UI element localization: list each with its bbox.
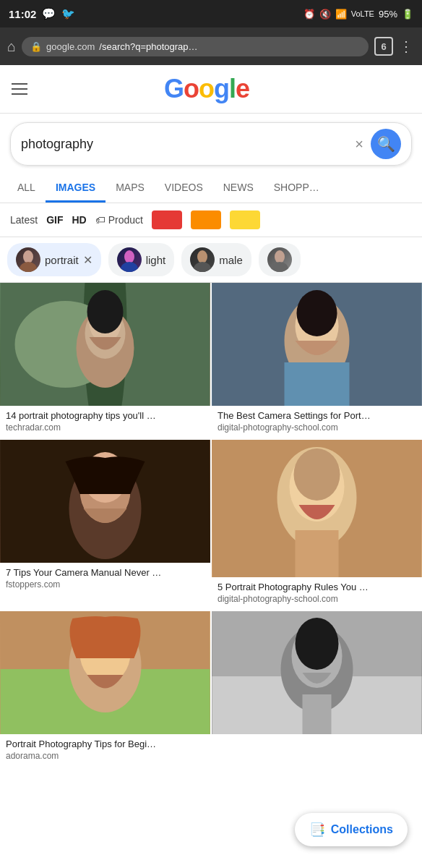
image-caption-1: 14 portrait photography tips you'll … (0, 406, 210, 422)
image-grid: 14 portrait photography tips you'll … te… (0, 283, 422, 768)
more-menu-icon[interactable]: ⋮ (399, 38, 415, 55)
svg-point-7 (271, 262, 288, 272)
image-thumb-4 (212, 440, 422, 577)
lock-icon: 🔒 (30, 41, 42, 52)
image-source-6 (212, 740, 422, 746)
svg-point-1 (20, 262, 37, 272)
browser-bar: ⌂ 🔒 google.com /search?q=photograp… 6 ⋮ (0, 27, 422, 65)
tab-news[interactable]: NEWS (213, 174, 264, 203)
tab-count[interactable]: 6 (374, 37, 393, 56)
pill-portrait[interactable]: portrait ✕ (7, 243, 101, 276)
svg-rect-21 (285, 362, 350, 406)
search-bar[interactable]: × 🔍 (10, 122, 412, 166)
search-button[interactable]: 🔍 (371, 129, 401, 159)
svg-point-4 (197, 250, 207, 263)
home-icon[interactable]: ⌂ (7, 38, 16, 55)
hamburger-line (12, 83, 27, 85)
google-logo: Google (164, 74, 249, 104)
svg-point-20 (297, 290, 337, 336)
image-card-1[interactable]: 14 portrait photography tips you'll … te… (0, 283, 210, 438)
hamburger-line (12, 88, 27, 90)
tab-all[interactable]: ALL (7, 174, 46, 203)
image-thumb-2 (212, 283, 422, 406)
svg-point-5 (194, 262, 211, 272)
image-caption-2: The Best Camera Settings for Port… (212, 406, 422, 422)
pill-close-button[interactable]: ✕ (83, 253, 92, 267)
mute-icon: 🔇 (319, 9, 331, 20)
image-caption-5: Portrait Photography Tips for Begi… (0, 734, 210, 751)
image-row-1: 14 portrait photography tips you'll … te… (0, 283, 422, 438)
tag-icon: 🏷 (95, 214, 106, 226)
svg-point-0 (23, 250, 33, 263)
filter-hd[interactable]: HD (72, 214, 86, 226)
svg-point-2 (124, 250, 134, 263)
image-row-3: Portrait Photography Tips for Begi… ador… (0, 611, 422, 767)
image-source-2: digital-photography-school.com (212, 422, 422, 438)
color-filter-yellow[interactable] (230, 210, 260, 229)
pill-light-label: light (146, 254, 166, 266)
hamburger-line (12, 93, 27, 95)
image-caption-4: 5 Portrait Photography Rules You … (212, 577, 422, 594)
tab-maps[interactable]: MAPS (106, 174, 155, 203)
image-source-4: digital-photography-school.com (212, 594, 422, 610)
twitter-icon: 🐦 (61, 7, 75, 20)
battery-icon: 🔋 (402, 9, 413, 20)
clear-search-button[interactable]: × (355, 136, 363, 153)
pill-light[interactable]: light (108, 243, 175, 276)
search-tabs: ALL IMAGES MAPS VIDEOS NEWS SHOPP… (0, 174, 422, 203)
pill-portrait-label: portrait (45, 254, 79, 266)
svg-rect-40 (303, 694, 332, 734)
search-icon: 🔍 (377, 135, 395, 153)
image-thumb-5 (0, 611, 210, 734)
tab-images[interactable]: IMAGES (46, 174, 106, 203)
image-row-2: 7 Tips Your Camera Manual Never … fstopp… (0, 440, 422, 610)
url-prefix: google.com (46, 41, 95, 52)
svg-point-3 (121, 262, 138, 272)
alarm-icon: ⏰ (303, 9, 315, 20)
search-input[interactable] (21, 137, 348, 152)
filter-bar: Latest GIF HD 🏷 Product (0, 203, 422, 237)
svg-point-29 (294, 448, 340, 501)
pill-male[interactable]: male (181, 243, 251, 276)
image-source-5: adorama.com (0, 751, 210, 767)
status-bar: 11:02 💬 🐦 ⏰ 🔇 📶 VoLTE 95% 🔋 (0, 0, 422, 27)
pill-filter-row: portrait ✕ light male (0, 237, 422, 283)
url-bar[interactable]: 🔒 google.com /search?q=photograp… (22, 37, 369, 56)
battery: 95% (379, 9, 397, 20)
time: 11:02 (9, 8, 36, 20)
status-right: ⏰ 🔇 📶 VoLTE 95% 🔋 (303, 9, 413, 20)
svg-point-6 (275, 250, 285, 263)
image-source-3: fstoppers.com (0, 579, 210, 595)
svg-rect-30 (296, 530, 339, 577)
hamburger-menu[interactable] (12, 83, 27, 95)
status-left: 11:02 💬 🐦 (9, 7, 75, 20)
filter-product[interactable]: 🏷 Product (95, 214, 143, 226)
wifi-icon: 📶 (335, 9, 347, 20)
google-header: Google (0, 65, 422, 114)
tab-shopping[interactable]: SHOPP… (264, 174, 330, 203)
svg-point-39 (296, 618, 339, 670)
filter-gif[interactable]: GIF (46, 214, 63, 226)
image-thumb-1 (0, 283, 210, 406)
image-card-5[interactable]: Portrait Photography Tips for Begi… ador… (0, 611, 210, 767)
whatsapp-icon: 💬 (42, 7, 56, 20)
signal-icon: VoLTE (351, 9, 374, 18)
color-filter-orange[interactable] (191, 210, 221, 229)
image-card-6[interactable] (212, 611, 422, 767)
image-caption-6 (212, 734, 422, 740)
image-thumb-6 (212, 611, 422, 734)
pill-more[interactable] (259, 243, 301, 276)
svg-point-15 (87, 290, 124, 333)
image-card-2[interactable]: The Best Camera Settings for Port… digit… (212, 283, 422, 438)
url-suffix: /search?q=photograp… (99, 41, 197, 52)
image-card-4[interactable]: 5 Portrait Photography Rules You … digit… (212, 440, 422, 610)
filter-latest[interactable]: Latest (10, 214, 38, 226)
image-card-3[interactable]: 7 Tips Your Camera Manual Never … fstopp… (0, 440, 210, 610)
image-source-1: techradar.com (0, 422, 210, 438)
image-thumb-3 (0, 440, 210, 563)
pill-male-label: male (219, 254, 243, 266)
image-caption-3: 7 Tips Your Camera Manual Never … (0, 563, 210, 579)
tab-videos[interactable]: VIDEOS (155, 174, 213, 203)
color-filter-red[interactable] (152, 210, 182, 229)
